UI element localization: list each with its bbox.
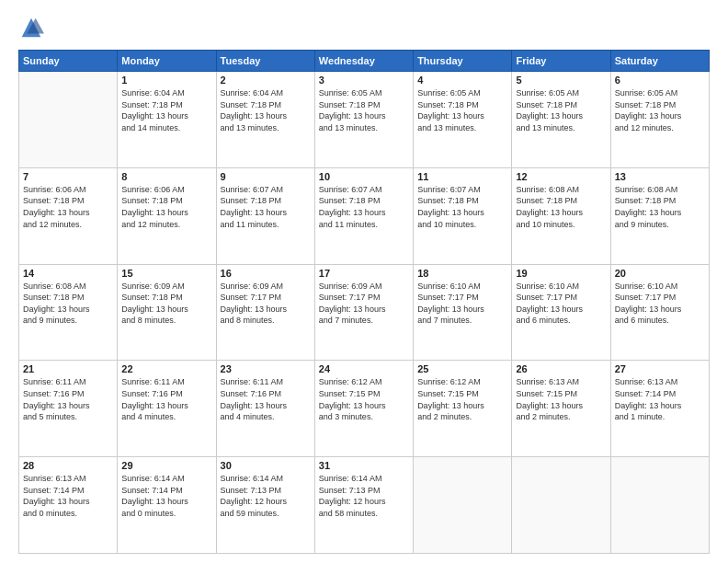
calendar-week-row: 14Sunrise: 6:08 AM Sunset: 7:18 PM Dayli… <box>19 264 710 361</box>
day-number: 2 <box>221 75 311 86</box>
col-monday: Monday <box>118 51 216 72</box>
day-info: Sunrise: 6:10 AM Sunset: 7:17 PM Dayligh… <box>417 281 507 327</box>
day-number: 15 <box>121 268 211 279</box>
table-row: 21Sunrise: 6:11 AM Sunset: 7:16 PM Dayli… <box>19 361 118 457</box>
day-info: Sunrise: 6:12 AM Sunset: 7:15 PM Dayligh… <box>417 376 507 422</box>
day-info: Sunrise: 6:12 AM Sunset: 7:15 PM Dayligh… <box>319 376 409 422</box>
day-info: Sunrise: 6:09 AM Sunset: 7:18 PM Dayligh… <box>121 281 211 327</box>
calendar-week-row: 1Sunrise: 6:04 AM Sunset: 7:18 PM Daylig… <box>19 72 710 168</box>
logo-icon <box>18 15 44 40</box>
day-info: Sunrise: 6:06 AM Sunset: 7:18 PM Dayligh… <box>23 184 113 230</box>
page: Sunday Monday Tuesday Wednesday Thursday… <box>0 0 728 563</box>
day-info: Sunrise: 6:11 AM Sunset: 7:16 PM Dayligh… <box>121 376 211 422</box>
day-info: Sunrise: 6:05 AM Sunset: 7:18 PM Dayligh… <box>417 87 507 133</box>
day-number: 14 <box>23 268 113 279</box>
day-number: 16 <box>221 268 311 279</box>
table-row: 9Sunrise: 6:07 AM Sunset: 7:18 PM Daylig… <box>216 167 314 264</box>
day-info: Sunrise: 6:10 AM Sunset: 7:17 PM Dayligh… <box>615 281 705 327</box>
table-row: 22Sunrise: 6:11 AM Sunset: 7:16 PM Dayli… <box>118 361 216 457</box>
day-info: Sunrise: 6:05 AM Sunset: 7:18 PM Dayligh… <box>615 87 705 133</box>
day-info: Sunrise: 6:05 AM Sunset: 7:18 PM Dayligh… <box>319 87 409 133</box>
day-number: 26 <box>516 363 606 374</box>
day-number: 29 <box>121 460 211 471</box>
calendar-table: Sunday Monday Tuesday Wednesday Thursday… <box>18 50 710 554</box>
table-row: 6Sunrise: 6:05 AM Sunset: 7:18 PM Daylig… <box>610 72 709 168</box>
day-info: Sunrise: 6:07 AM Sunset: 7:18 PM Dayligh… <box>221 184 311 230</box>
day-info: Sunrise: 6:14 AM Sunset: 7:14 PM Dayligh… <box>121 473 211 519</box>
table-row: 31Sunrise: 6:14 AM Sunset: 7:13 PM Dayli… <box>314 457 413 554</box>
day-info: Sunrise: 6:14 AM Sunset: 7:13 PM Dayligh… <box>221 473 311 519</box>
table-row: 12Sunrise: 6:08 AM Sunset: 7:18 PM Dayli… <box>512 167 610 264</box>
table-row: 19Sunrise: 6:10 AM Sunset: 7:17 PM Dayli… <box>512 264 610 361</box>
table-row: 18Sunrise: 6:10 AM Sunset: 7:17 PM Dayli… <box>414 264 512 361</box>
col-friday: Friday <box>512 51 610 72</box>
table-row: 28Sunrise: 6:13 AM Sunset: 7:14 PM Dayli… <box>19 457 118 554</box>
col-saturday: Saturday <box>610 51 709 72</box>
table-row <box>19 72 118 168</box>
day-info: Sunrise: 6:11 AM Sunset: 7:16 PM Dayligh… <box>221 376 311 422</box>
calendar-week-row: 21Sunrise: 6:11 AM Sunset: 7:16 PM Dayli… <box>19 361 710 457</box>
day-number: 22 <box>121 363 211 374</box>
day-number: 9 <box>221 171 311 182</box>
day-number: 8 <box>121 171 211 182</box>
day-number: 30 <box>221 460 311 471</box>
day-number: 12 <box>516 171 606 182</box>
table-row: 25Sunrise: 6:12 AM Sunset: 7:15 PM Dayli… <box>414 361 512 457</box>
table-row <box>414 457 512 554</box>
day-number: 6 <box>615 75 705 86</box>
calendar-header-row: Sunday Monday Tuesday Wednesday Thursday… <box>19 51 710 72</box>
day-number: 24 <box>319 363 409 374</box>
day-number: 17 <box>319 268 409 279</box>
table-row: 14Sunrise: 6:08 AM Sunset: 7:18 PM Dayli… <box>19 264 118 361</box>
col-tuesday: Tuesday <box>216 51 314 72</box>
table-row: 1Sunrise: 6:04 AM Sunset: 7:18 PM Daylig… <box>118 72 216 168</box>
table-row: 26Sunrise: 6:13 AM Sunset: 7:15 PM Dayli… <box>512 361 610 457</box>
table-row: 4Sunrise: 6:05 AM Sunset: 7:18 PM Daylig… <box>414 72 512 168</box>
table-row: 27Sunrise: 6:13 AM Sunset: 7:14 PM Dayli… <box>610 361 709 457</box>
day-info: Sunrise: 6:13 AM Sunset: 7:14 PM Dayligh… <box>615 376 705 422</box>
table-row: 7Sunrise: 6:06 AM Sunset: 7:18 PM Daylig… <box>19 167 118 264</box>
day-info: Sunrise: 6:08 AM Sunset: 7:18 PM Dayligh… <box>516 184 606 230</box>
day-info: Sunrise: 6:09 AM Sunset: 7:17 PM Dayligh… <box>221 281 311 327</box>
day-info: Sunrise: 6:04 AM Sunset: 7:18 PM Dayligh… <box>121 87 211 133</box>
day-number: 21 <box>23 363 113 374</box>
table-row: 10Sunrise: 6:07 AM Sunset: 7:18 PM Dayli… <box>314 167 413 264</box>
table-row: 8Sunrise: 6:06 AM Sunset: 7:18 PM Daylig… <box>118 167 216 264</box>
day-info: Sunrise: 6:06 AM Sunset: 7:18 PM Dayligh… <box>121 184 211 230</box>
table-row: 17Sunrise: 6:09 AM Sunset: 7:17 PM Dayli… <box>314 264 413 361</box>
day-number: 19 <box>516 268 606 279</box>
calendar-week-row: 28Sunrise: 6:13 AM Sunset: 7:14 PM Dayli… <box>19 457 710 554</box>
day-number: 31 <box>319 460 409 471</box>
day-info: Sunrise: 6:10 AM Sunset: 7:17 PM Dayligh… <box>516 281 606 327</box>
day-number: 27 <box>615 363 705 374</box>
logo <box>18 15 48 40</box>
table-row: 13Sunrise: 6:08 AM Sunset: 7:18 PM Dayli… <box>610 167 709 264</box>
day-info: Sunrise: 6:05 AM Sunset: 7:18 PM Dayligh… <box>516 87 606 133</box>
day-info: Sunrise: 6:07 AM Sunset: 7:18 PM Dayligh… <box>319 184 409 230</box>
header <box>18 15 710 40</box>
day-info: Sunrise: 6:07 AM Sunset: 7:18 PM Dayligh… <box>417 184 507 230</box>
table-row: 23Sunrise: 6:11 AM Sunset: 7:16 PM Dayli… <box>216 361 314 457</box>
table-row: 20Sunrise: 6:10 AM Sunset: 7:17 PM Dayli… <box>610 264 709 361</box>
col-sunday: Sunday <box>19 51 118 72</box>
table-row: 30Sunrise: 6:14 AM Sunset: 7:13 PM Dayli… <box>216 457 314 554</box>
day-number: 13 <box>615 171 705 182</box>
day-info: Sunrise: 6:04 AM Sunset: 7:18 PM Dayligh… <box>221 87 311 133</box>
day-info: Sunrise: 6:08 AM Sunset: 7:18 PM Dayligh… <box>615 184 705 230</box>
day-info: Sunrise: 6:13 AM Sunset: 7:15 PM Dayligh… <box>516 376 606 422</box>
table-row <box>512 457 610 554</box>
day-number: 10 <box>319 171 409 182</box>
col-wednesday: Wednesday <box>314 51 413 72</box>
day-number: 11 <box>417 171 507 182</box>
day-info: Sunrise: 6:13 AM Sunset: 7:14 PM Dayligh… <box>23 473 113 519</box>
day-number: 7 <box>23 171 113 182</box>
col-thursday: Thursday <box>414 51 512 72</box>
day-number: 18 <box>417 268 507 279</box>
table-row <box>610 457 709 554</box>
table-row: 24Sunrise: 6:12 AM Sunset: 7:15 PM Dayli… <box>314 361 413 457</box>
day-info: Sunrise: 6:09 AM Sunset: 7:17 PM Dayligh… <box>319 281 409 327</box>
day-number: 23 <box>221 363 311 374</box>
table-row: 11Sunrise: 6:07 AM Sunset: 7:18 PM Dayli… <box>414 167 512 264</box>
day-number: 4 <box>417 75 507 86</box>
day-number: 20 <box>615 268 705 279</box>
